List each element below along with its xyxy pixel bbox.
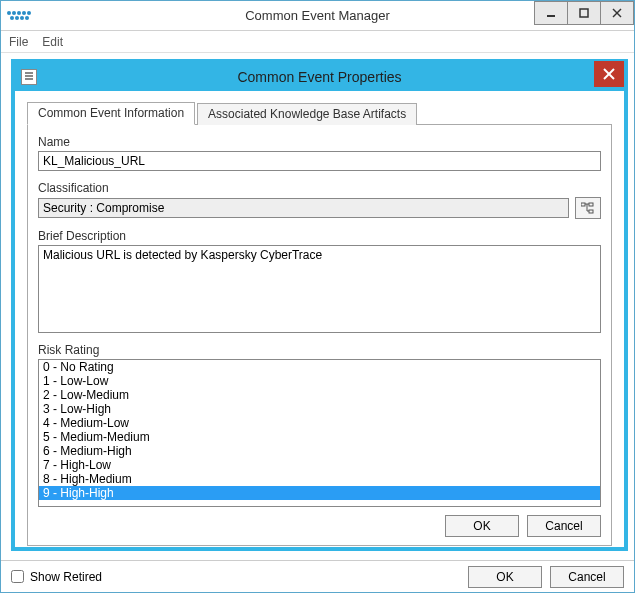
classification-label: Classification xyxy=(38,181,601,195)
dialog-cancel-button[interactable]: Cancel xyxy=(527,515,601,537)
tree-icon xyxy=(581,202,595,214)
window-ok-button[interactable]: OK xyxy=(468,566,542,588)
app-icon xyxy=(7,4,31,28)
risk-option[interactable]: 3 - Low-High xyxy=(39,402,600,416)
risk-option[interactable]: 9 - High-High xyxy=(39,486,600,500)
risk-option[interactable]: 7 - High-Low xyxy=(39,458,600,472)
classification-input[interactable] xyxy=(38,198,569,218)
window-close-button[interactable] xyxy=(600,1,634,25)
tab-content: Name Classification xyxy=(27,125,612,546)
risk-option[interactable]: 4 - Medium-Low xyxy=(39,416,600,430)
properties-dialog: Common Event Properties Common Event Inf… xyxy=(11,59,628,551)
menu-bar: File Edit xyxy=(1,31,634,53)
risk-option[interactable]: 2 - Low-Medium xyxy=(39,388,600,402)
tab-common-event-information[interactable]: Common Event Information xyxy=(27,102,195,125)
menu-file[interactable]: File xyxy=(9,35,28,49)
show-retired-text: Show Retired xyxy=(30,570,102,584)
description-label: Brief Description xyxy=(38,229,601,243)
risk-option[interactable]: 6 - Medium-High xyxy=(39,444,600,458)
show-retired-checkbox[interactable] xyxy=(11,570,24,583)
show-retired-checkbox-label[interactable]: Show Retired xyxy=(11,570,102,584)
risk-option[interactable]: 0 - No Rating xyxy=(39,360,600,374)
svg-rect-8 xyxy=(589,210,593,213)
dialog-titlebar: Common Event Properties xyxy=(15,63,624,91)
svg-rect-7 xyxy=(589,203,593,206)
svg-rect-1 xyxy=(580,9,588,17)
document-icon xyxy=(21,69,37,85)
window-cancel-button[interactable]: Cancel xyxy=(550,566,624,588)
description-textarea[interactable]: Malicious URL is detected by Kaspersky C… xyxy=(38,245,601,333)
risk-option[interactable]: 8 - High-Medium xyxy=(39,472,600,486)
window-footer: Show Retired OK Cancel xyxy=(1,560,634,592)
tab-associated-kb-artifacts[interactable]: Associated Knowledge Base Artifacts xyxy=(197,103,417,125)
window-titlebar: Common Event Manager xyxy=(1,1,634,31)
risk-rating-listbox[interactable]: 0 - No Rating1 - Low-Low2 - Low-Medium3 … xyxy=(38,359,601,507)
dialog-ok-button[interactable]: OK xyxy=(445,515,519,537)
tab-bar: Common Event Information Associated Know… xyxy=(27,101,612,125)
dialog-close-button[interactable] xyxy=(594,61,624,87)
menu-edit[interactable]: Edit xyxy=(42,35,63,49)
maximize-button[interactable] xyxy=(567,1,601,25)
svg-rect-6 xyxy=(581,203,585,206)
name-label: Name xyxy=(38,135,601,149)
minimize-button[interactable] xyxy=(534,1,568,25)
classification-browse-button[interactable] xyxy=(575,197,601,219)
risk-option[interactable]: 1 - Low-Low xyxy=(39,374,600,388)
name-input[interactable] xyxy=(38,151,601,171)
risk-rating-label: Risk Rating xyxy=(38,343,601,357)
dialog-title: Common Event Properties xyxy=(15,69,624,85)
risk-option[interactable]: 5 - Medium-Medium xyxy=(39,430,600,444)
